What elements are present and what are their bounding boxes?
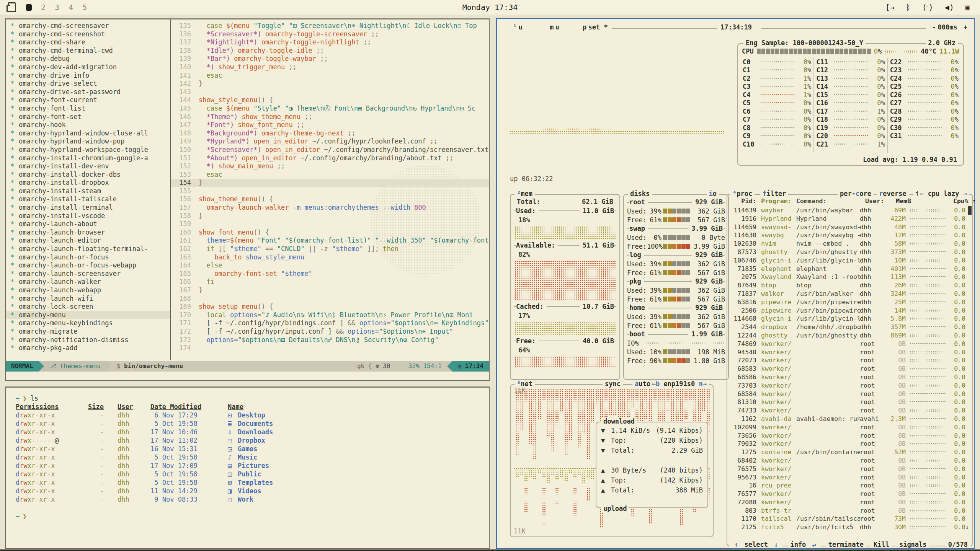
code-line[interactable]: 168 [171, 295, 489, 303]
code-buffer[interactable]: 135 case $(menu "Toggle" "⊡ Screensaver\… [171, 22, 489, 359]
file-list-item[interactable]: *omarchy-drive-select [6, 80, 170, 88]
hotspot-icon[interactable]: (ᐧ) [922, 3, 933, 12]
code-line[interactable]: 142} [171, 80, 489, 88]
file-list-item[interactable]: *omarchy-install-steam [6, 187, 170, 196]
code-line[interactable]: 171 [ -f ~/.config/hypr/bindings.conf ] … [171, 319, 489, 328]
file-list-item[interactable]: *omarchy-launch-floating-terminal- [6, 245, 170, 253]
file-list-item[interactable]: *omarchy-cmd-screensaver [6, 22, 170, 30]
reverse-button[interactable]: reverse [877, 190, 909, 197]
process-row[interactable]: 68402kworker/root0B0.0 [729, 456, 971, 465]
code-line[interactable]: 162 if [[ "$theme" == "CNCLD" || -z "$th… [171, 245, 489, 253]
ls-name[interactable]: ◲Games [217, 445, 257, 453]
process-row[interactable]: 2506pipewire/usr/bin/pipewire-pulsedhh14… [729, 306, 971, 315]
proc-footer-button[interactable]: terminate [826, 541, 866, 548]
code-line[interactable]: 152 *) show_main_menu ;; [171, 162, 489, 171]
process-row[interactable]: 81310kworker/root0B0.0 [729, 398, 971, 406]
code-line[interactable]: 165 omarchy-font-set "$theme" [171, 270, 489, 278]
process-row[interactable]: 2544dropbox/home/dhh/.dropbox-distdhh357… [729, 323, 971, 331]
process-row[interactable]: 106746glycin-i/usr/lib/glycin-loadersdhh… [729, 256, 971, 265]
file-list-item[interactable]: *omarchy-font-list [6, 104, 170, 113]
code-line[interactable]: 163 back_to show_style_menu [171, 253, 489, 262]
file-list-item[interactable]: *omarchy-hyprland-window-close-all [6, 129, 170, 138]
code-line[interactable]: 149 *Hyprland*) open_in_editor ~/.config… [171, 137, 489, 146]
file-list-item[interactable]: *omarchy-launch-wifi [6, 295, 170, 303]
file-list-item[interactable]: *omarchy-cmd-terminal-cwd [6, 47, 170, 55]
ls-name[interactable]: ♪Music [217, 453, 257, 461]
bluetooth-icon[interactable]: ᛒ [906, 3, 911, 12]
process-row[interactable]: 94540kworker/root0B0.0 [729, 348, 971, 357]
proc-footer-button[interactable]: signals [897, 541, 929, 548]
code-line[interactable]: 145 case $(menu "Style" "◑ Theme\nⒶ Font… [171, 104, 489, 113]
process-row[interactable]: 76577kworker/root0B0.0 [729, 490, 971, 498]
process-row[interactable]: 68583kworker/root0B0.0 [729, 365, 971, 373]
code-line[interactable]: 147 *Font*) show_font_menu ;; [171, 121, 489, 129]
ls-name[interactable]: ⇩Downloads [217, 428, 273, 436]
menu-button[interactable]: menu [545, 23, 562, 31]
file-list-item[interactable]: *omarchy-install-chromium-google-a [6, 154, 170, 163]
io-button[interactable]: io [707, 190, 719, 197]
code-line[interactable]: 137 *Nightlight*) omarchy-toggle-nightli… [171, 38, 489, 47]
ls-name[interactable]: ◨Videos [217, 487, 261, 495]
cpu-lazy-nav[interactable]: ← cpu lazy → [918, 190, 969, 197]
process-row[interactable]: 803btrfs-trroot0B0.0 [729, 507, 971, 515]
prompt-line[interactable]: ~❯ [16, 512, 489, 520]
process-row[interactable]: 71835elephantelephantdhh401M0.0 [729, 265, 971, 273]
file-list-item[interactable]: *omarchy-install-terminal [6, 204, 170, 212]
file-list-item[interactable]: *omarchy-install-dropbox [6, 179, 170, 187]
file-list-item[interactable]: *omarchy-menu-keybindings [6, 319, 170, 328]
ls-name[interactable]: ◰Work [217, 495, 253, 504]
code-line[interactable]: 154} [171, 179, 489, 187]
file-list-item[interactable]: *omarchy-cmd-screenshot [6, 30, 170, 39]
process-row[interactable]: 1162avahi-daavahi-daemon: running [avahi… [729, 415, 971, 423]
code-line[interactable]: 141 esac [171, 72, 489, 80]
process-row[interactable]: 87573ghostty/usr/bin/ghostty --gtk-dhh37… [729, 248, 971, 256]
sync-button[interactable]: sync [603, 380, 623, 388]
file-list-item[interactable]: *omarchy-hyprland-window-pop [6, 137, 170, 146]
proc-rows[interactable]: 114639waybar/usr/bin/waybardhh69M0.01916… [729, 206, 971, 543]
process-row[interactable]: 2075XwaylandXwayland :1 -rootless -dhh11… [729, 273, 971, 281]
code-line[interactable]: 148 *Background*) omarchy-theme-bg-next … [171, 129, 489, 138]
volume-icon[interactable]: ◀) [945, 3, 954, 12]
interface-switch[interactable]: ←b enp191s0 n→ [650, 380, 709, 388]
file-list-item[interactable]: *omarchy-debug [6, 55, 170, 63]
file-list-item[interactable]: *omarchy-menu [6, 311, 170, 320]
process-row[interactable]: 2125fcitx5/usr/bin/fcitx5dhh30M0.0↓ [729, 523, 971, 531]
code-line[interactable]: 157 omarchy-launch-walker -m menus:omarc… [171, 204, 489, 212]
code-line[interactable]: 164 else [171, 261, 489, 270]
process-row[interactable]: 68586kworker/root0B0.0 [729, 373, 971, 381]
file-list-item[interactable]: *omarchy-font-set [6, 113, 170, 121]
file-list-item[interactable]: *omarchy-launch-about [6, 220, 170, 228]
code-line[interactable]: 140 *) show_trigger_menu ;; [171, 63, 489, 72]
process-row[interactable]: 114659swayosd-/usr/bin/swayosd-serverdhh… [729, 223, 971, 231]
file-list[interactable]: *omarchy-cmd-screensaver*omarchy-cmd-scr… [6, 22, 170, 359]
file-list-item[interactable]: *omarchy-launch-screensaver [6, 270, 170, 278]
code-line[interactable]: 139 *Bar*) omarchy-toggle-waybar ;; [171, 55, 489, 63]
ls-name[interactable]: ⊞Templates [217, 478, 273, 487]
code-line[interactable]: 174 [171, 344, 489, 352]
file-list-item[interactable]: *omarchy-lock-screen [6, 303, 170, 311]
process-row[interactable]: 1275containe/usr/bin/containerdroot52M0.… [729, 448, 971, 456]
file-list-item[interactable]: *omarchy-launch-browser [6, 228, 170, 237]
process-row[interactable]: 95673kworker/root0B0.0 [729, 473, 971, 482]
process-row[interactable]: 63816pipewire/usr/bin/pipewiredhh25M0.0 [729, 298, 971, 306]
per-core-button[interactable]: per-core [838, 190, 874, 197]
process-row[interactable]: 12244ghostty/usr/bin/ghostty --gtk-dhh86… [729, 331, 971, 340]
process-row[interactable]: 87649btopbtopdhh26M0.0 [729, 281, 971, 290]
file-list-item[interactable]: *omarchy-font-current [6, 96, 170, 104]
code-line[interactable]: 155 [171, 187, 489, 196]
proc-scrollbar[interactable] [968, 206, 972, 215]
code-line[interactable]: 153 esac [171, 171, 489, 179]
code-line[interactable]: 167} [171, 286, 489, 295]
chip-icon[interactable]: ▣ [965, 3, 970, 12]
file-list-item[interactable]: *omarchy-drive-set-password [6, 88, 170, 96]
filter-button[interactable]: filter [760, 190, 788, 197]
code-line[interactable]: 136 *Screensaver*) omarchy-toggle-screen… [171, 30, 489, 39]
code-line[interactable]: 138 *Idle*) omarchy-toggle-idle ;; [171, 47, 489, 55]
file-list-item[interactable]: *omarchy-launch-webapp [6, 286, 170, 295]
file-list-item[interactable]: *omarchy-notification-dismiss [6, 336, 170, 344]
process-row[interactable]: 1170tailscal/usr/sbin/tailscaled --root7… [729, 515, 971, 523]
ls-name[interactable]: ▤Pictures [217, 461, 269, 470]
file-list-item[interactable]: *omarchy-install-docker-dbs [6, 171, 170, 179]
code-line[interactable]: 143 [171, 88, 489, 96]
file-list-item[interactable]: *omarchy-install-tailscale [6, 195, 170, 204]
